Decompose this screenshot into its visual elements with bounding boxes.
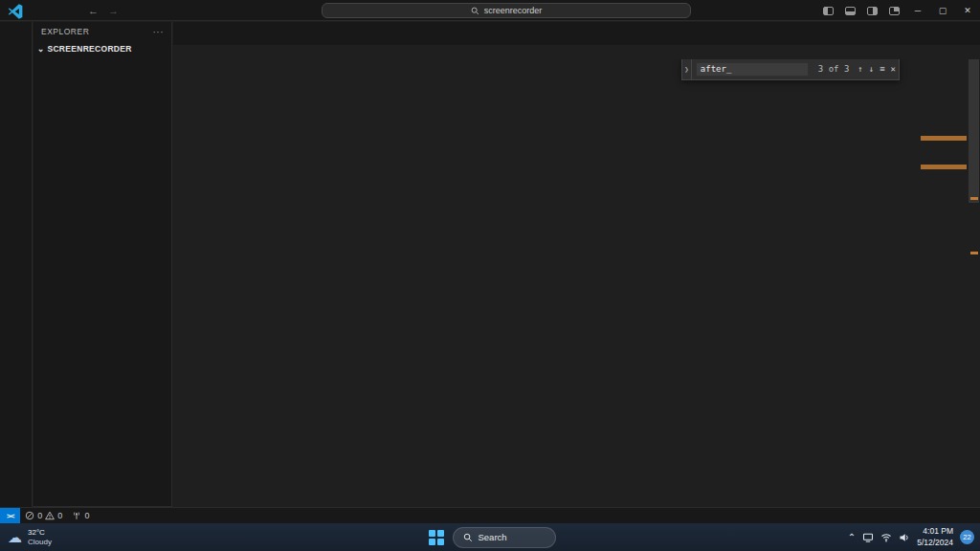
minimap-match-highlight bbox=[921, 165, 967, 169]
system-tray: ⌃ 4:01 PM5/12/2024 22 bbox=[848, 526, 974, 547]
workspace-name: screenrecorder bbox=[484, 6, 543, 15]
minimap[interactable] bbox=[921, 59, 967, 507]
start-button[interactable] bbox=[425, 526, 448, 549]
volume-icon[interactable] bbox=[899, 532, 910, 543]
title-bar: ← → screenrecorder ─ ▢ ✕ bbox=[0, 0, 980, 21]
overview-ruler-match bbox=[970, 252, 978, 254]
minimize-button[interactable]: ─ bbox=[905, 0, 930, 21]
next-match-icon[interactable]: ↓ bbox=[866, 64, 877, 74]
search-icon bbox=[471, 7, 479, 15]
activity-bar bbox=[0, 22, 33, 507]
cloud-icon: ☁ bbox=[8, 529, 22, 546]
ports-indicator[interactable]: 0 bbox=[67, 508, 94, 523]
back-arrow-icon[interactable]: ← bbox=[88, 5, 99, 16]
explorer-more-icon[interactable]: ··· bbox=[153, 27, 165, 37]
window-controls: ─ ▢ ✕ bbox=[817, 0, 980, 21]
remote-indicator[interactable]: >< bbox=[0, 508, 20, 523]
toggle-secondary-sidebar-icon[interactable] bbox=[867, 7, 878, 15]
close-find-icon[interactable]: ✕ bbox=[888, 64, 899, 74]
minimap-match-highlight bbox=[921, 136, 967, 141]
editor-scrollbar[interactable] bbox=[968, 59, 980, 507]
code-editor[interactable]: ❯ after_ 3 of 3 ↑ ↓ ≡ ✕ bbox=[173, 59, 980, 507]
scrollbar-slider[interactable] bbox=[969, 59, 979, 203]
overview-ruler-match bbox=[970, 197, 978, 200]
close-button[interactable]: ✕ bbox=[955, 0, 980, 21]
radio-tower-icon bbox=[72, 511, 81, 520]
toggle-panel-icon[interactable] bbox=[845, 7, 856, 15]
windows-taskbar: ☁ 32°C Cloudy Search ⌃ 4:01 PM5/12/2024 … bbox=[0, 523, 980, 551]
wifi-icon[interactable] bbox=[880, 532, 892, 543]
find-match-count: 3 of 3 bbox=[818, 64, 850, 74]
breadcrumb[interactable] bbox=[173, 45, 980, 59]
maximize-button[interactable]: ▢ bbox=[930, 0, 955, 21]
windows-logo-icon bbox=[429, 530, 444, 545]
previous-match-icon[interactable]: ↑ bbox=[855, 64, 865, 74]
find-toggle-replace-icon[interactable]: ❯ bbox=[682, 59, 692, 79]
find-widget: ❯ after_ 3 of 3 ↑ ↓ ≡ ✕ bbox=[681, 59, 900, 80]
explorer-sidebar: EXPLORER ··· ⌄ SCREENRECORDER bbox=[33, 22, 172, 507]
hidden-icons-chevron[interactable]: ⌃ bbox=[848, 532, 856, 542]
customize-layout-icon[interactable] bbox=[889, 7, 900, 15]
problems-indicator[interactable]: 0 0 bbox=[20, 508, 67, 523]
notification-count-badge[interactable]: 22 bbox=[960, 530, 974, 544]
error-icon bbox=[25, 511, 34, 520]
taskbar-search[interactable]: Search bbox=[453, 527, 556, 548]
taskbar-clock[interactable]: 4:01 PM5/12/2024 bbox=[917, 526, 953, 547]
warning-icon bbox=[45, 511, 55, 520]
temperature: 32°C bbox=[28, 528, 45, 537]
history-nav: ← → bbox=[88, 5, 119, 16]
vscode-logo-icon bbox=[8, 4, 23, 17]
tab-bar bbox=[173, 22, 980, 45]
status-bar: >< 0 0 0 bbox=[0, 507, 980, 523]
editor-group: ❯ after_ 3 of 3 ↑ ↓ ≡ ✕ bbox=[173, 22, 980, 507]
search-icon bbox=[463, 533, 473, 542]
weather-widget[interactable]: ☁ 32°C Cloudy bbox=[8, 528, 52, 547]
workspace-root-folder[interactable]: ⌄ SCREENRECORDER bbox=[33, 41, 171, 56]
weather-condition: Cloudy bbox=[28, 538, 52, 546]
display-icon[interactable] bbox=[862, 532, 874, 543]
explorer-title: EXPLORER bbox=[41, 27, 89, 36]
forward-arrow-icon[interactable]: → bbox=[108, 5, 119, 16]
vscode-window: ← → screenrecorder ─ ▢ ✕ EXPLORER ··· ⌄ … bbox=[0, 0, 980, 551]
find-input[interactable]: after_ bbox=[696, 62, 809, 77]
find-in-selection-icon[interactable]: ≡ bbox=[877, 64, 887, 74]
command-center[interactable]: screenrecorder bbox=[322, 3, 691, 18]
chevron-down-icon: ⌄ bbox=[37, 44, 44, 54]
toggle-sidebar-icon[interactable] bbox=[823, 7, 834, 15]
